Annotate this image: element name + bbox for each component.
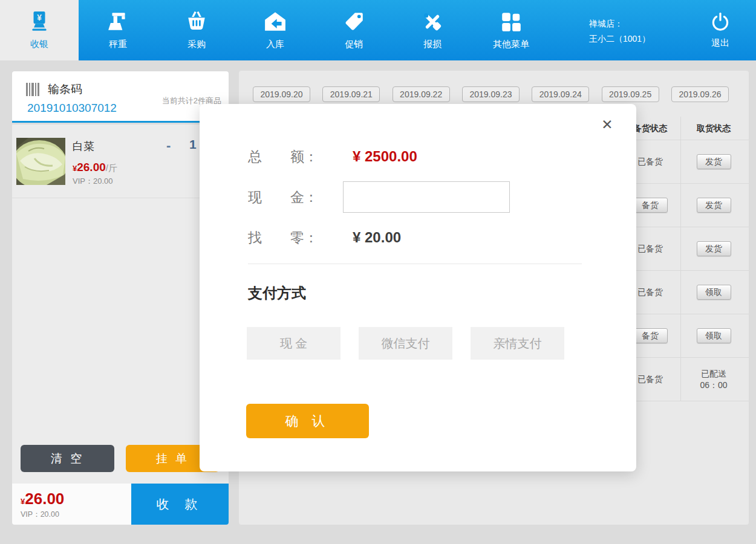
store-info: 禅城店： 王小二（1001） xyxy=(589,0,685,60)
date-filter-button[interactable]: 2019.09.23 xyxy=(462,86,520,102)
nav-tab-label: 收银 xyxy=(30,39,48,50)
pick-action-button[interactable]: 发货 xyxy=(697,154,731,169)
nav-tab-tag[interactable]: 促销 xyxy=(314,0,393,60)
cart-header: 输条码 当前共计2件商品 20191010307012 xyxy=(12,71,229,123)
pick-status-cell: 发货 xyxy=(680,184,747,227)
nav-tab-label: 采购 xyxy=(187,39,206,50)
date-filter-button[interactable]: 2019.09.24 xyxy=(532,86,589,102)
modal-divider xyxy=(248,264,582,264)
cart-total: ¥26.00 VIP：20.00 xyxy=(21,490,64,520)
confirm-button[interactable]: 确 认 xyxy=(246,404,369,438)
cash-row: 现 金： xyxy=(248,181,510,213)
total-label: 总 额： xyxy=(248,147,318,166)
status-text: 已备货 xyxy=(637,156,663,167)
cash-label: 现 金： xyxy=(248,188,318,207)
product-price: ¥26.00/斤 xyxy=(73,161,117,174)
tools-icon xyxy=(421,10,444,33)
payment-method-title: 支付方式 xyxy=(248,283,306,303)
top-nav: ¥收银秤重采购入库促销报损其他菜单 禅城店： 王小二（1001） 退出 xyxy=(0,0,756,60)
quantity-value: 1 xyxy=(189,137,197,152)
vip-price: VIP：20.00 xyxy=(73,176,113,187)
pick-status-cell: 发货 xyxy=(680,227,747,270)
total-value: ¥ 2500.00 xyxy=(353,148,417,165)
nav-tabs: ¥收银秤重采购入库促销报损其他菜单 xyxy=(0,0,550,60)
payment-modal: ✕ 总 额： ¥ 2500.00 现 金： 找 零： ¥ 20.00 支付方式 … xyxy=(200,104,636,471)
payment-option-button[interactable]: 微信支付 xyxy=(359,327,452,360)
product-name: 白菜 xyxy=(73,139,94,154)
total-amount: 26.00 xyxy=(25,490,64,508)
prep-action-button[interactable]: 备货 xyxy=(633,328,668,343)
status-text: 已备货 xyxy=(637,374,663,385)
cash-register-icon: ¥ xyxy=(28,10,51,33)
nav-tab-cash-register[interactable]: ¥收银 xyxy=(0,0,79,60)
warehouse-in-icon xyxy=(264,10,287,33)
cashier-name: 王小二（1001） xyxy=(589,31,685,47)
column-header-pick-status: 取货状态 xyxy=(680,117,747,140)
nav-tab-scale[interactable]: 秤重 xyxy=(79,0,157,60)
pick-status-cell: 领取 xyxy=(680,314,747,357)
pick-status-cell: 发货 xyxy=(680,140,747,183)
pos-app: ¥收银秤重采购入库促销报损其他菜单 禅城店： 王小二（1001） 退出 输条码 … xyxy=(0,0,756,544)
close-icon[interactable]: ✕ xyxy=(598,115,617,134)
price-unit: /斤 xyxy=(106,163,117,173)
date-filter-button[interactable]: 2019.09.21 xyxy=(322,86,380,102)
tag-icon xyxy=(342,10,365,33)
nav-tab-label: 促销 xyxy=(345,39,363,50)
date-filter-button[interactable]: 2019.09.26 xyxy=(671,86,729,102)
total-label-char2: 额： xyxy=(290,147,318,166)
barcode-title: 输条码 xyxy=(48,82,82,97)
nav-tab-label: 入库 xyxy=(266,39,284,50)
change-label-char2: 零： xyxy=(290,228,318,247)
payment-option-button[interactable]: 亲情支付 xyxy=(471,327,564,360)
cash-label-char1: 现 xyxy=(248,188,262,207)
nav-tab-grid[interactable]: 其他菜单 xyxy=(472,0,550,60)
store-name: 禅城店： xyxy=(589,16,685,31)
cash-input[interactable] xyxy=(343,181,510,213)
cart-item: 白菜-1¥26.00/斤VIP：20.00 xyxy=(12,125,229,198)
prep-action-button[interactable]: 备货 xyxy=(633,198,668,213)
nav-tab-basket[interactable]: 采购 xyxy=(157,0,236,60)
pick-status-cell: 领取 xyxy=(680,271,747,314)
nav-tab-tools[interactable]: 报损 xyxy=(393,0,472,60)
basket-icon xyxy=(185,10,208,33)
pick-action-button[interactable]: 发货 xyxy=(697,198,731,213)
total-row: 总 额： ¥ 2500.00 xyxy=(248,141,417,172)
nav-tab-label: 其他菜单 xyxy=(493,39,529,50)
total-label-char1: 总 xyxy=(248,147,262,166)
nav-tab-label: 秤重 xyxy=(109,39,127,50)
svg-text:¥: ¥ xyxy=(37,13,42,22)
cart-total-bar: ¥26.00 VIP：20.00 收 款 xyxy=(12,484,229,525)
power-icon xyxy=(710,11,731,32)
product-image xyxy=(16,138,65,185)
pick-status-cell: 已配送06：00 xyxy=(680,358,747,401)
nav-tab-label: 退出 xyxy=(711,37,729,49)
barcode-icon xyxy=(26,83,42,96)
checkout-button[interactable]: 收 款 xyxy=(131,484,229,525)
price-amount: 26.00 xyxy=(77,161,106,173)
date-filter-row: 2019.09.202019.09.212019.09.222019.09.23… xyxy=(253,86,729,102)
date-filter-button[interactable]: 2019.09.20 xyxy=(253,86,310,102)
cash-label-char2: 金： xyxy=(290,188,318,207)
nav-tab-logout[interactable]: 退出 xyxy=(685,0,756,60)
change-label: 找 零： xyxy=(248,228,318,247)
quantity-minus-button[interactable]: - xyxy=(166,138,171,154)
pick-action-button[interactable]: 领取 xyxy=(697,285,731,300)
pick-action-button[interactable]: 领取 xyxy=(697,328,731,343)
status-text: 已配送 xyxy=(701,368,726,380)
change-row: 找 零： ¥ 20.00 xyxy=(248,222,401,253)
change-label-char1: 找 xyxy=(248,228,262,247)
cart-panel: 输条码 当前共计2件商品 20191010307012 白菜-1¥26.00/斤… xyxy=(12,71,229,525)
nav-tab-warehouse-in[interactable]: 入库 xyxy=(236,0,314,60)
clear-cart-button[interactable]: 清 空 xyxy=(21,445,114,472)
status-text: 已备货 xyxy=(637,287,663,298)
status-text: 已备货 xyxy=(637,243,663,254)
total-vip: VIP：20.00 xyxy=(21,510,64,520)
date-filter-button[interactable]: 2019.09.22 xyxy=(393,86,450,102)
nav-tab-label: 报损 xyxy=(423,39,442,50)
date-filter-button[interactable]: 2019.09.25 xyxy=(602,86,659,102)
scale-icon xyxy=(106,10,129,33)
barcode-value[interactable]: 20191010307012 xyxy=(27,102,117,115)
pick-action-button[interactable]: 发货 xyxy=(697,241,731,256)
payment-option-button[interactable]: 现 金 xyxy=(247,327,341,360)
cart-item-list: 白菜-1¥26.00/斤VIP：20.00 xyxy=(12,125,229,484)
